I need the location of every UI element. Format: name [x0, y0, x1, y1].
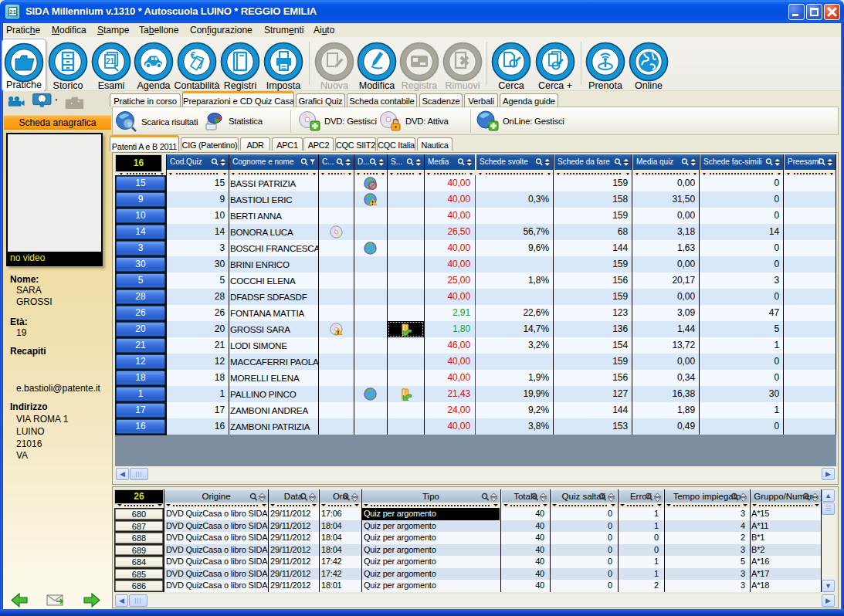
svg-text:21: 21: [106, 57, 115, 66]
